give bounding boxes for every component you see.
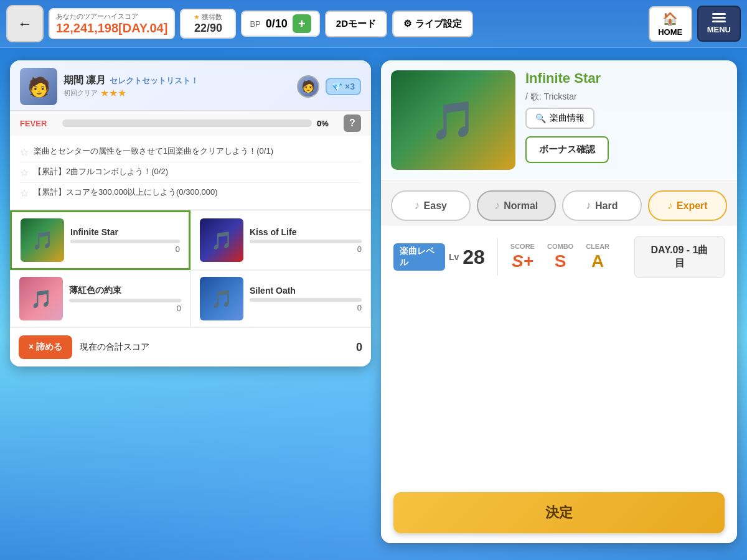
score-value: 12,241,198[DAY.04] xyxy=(56,21,167,35)
song-cell-infinite-star[interactable]: 🎵 Infinite Star 0 xyxy=(10,210,190,270)
song-score-infinite: 0 xyxy=(70,245,180,254)
song-name-silent: Silent Oath xyxy=(250,286,362,296)
character-small-avatar: 🧑 xyxy=(297,75,319,98)
song-info-silent: Silent Oath 0 xyxy=(250,286,362,312)
setlist-title-block: 期間 凛月 セレクトセットリスト！ 初回クリア ★★★ xyxy=(63,74,291,99)
decide-section: 決定 xyxy=(381,485,737,543)
diamond-icon: 💎 xyxy=(332,82,342,91)
gear-icon: ⚙ xyxy=(403,18,411,29)
main-content: 🧑 期間 凛月 セレクトセットリスト！ 初回クリア ★★★ 🧑 💎 ×3 xyxy=(0,48,747,556)
bp-add-button[interactable]: + xyxy=(293,14,311,33)
bonus-button[interactable]: ボーナス確認 xyxy=(525,136,609,163)
score-label: あなたのツアーハイスコア xyxy=(56,12,138,21)
total-label: 現在の合計スコア xyxy=(80,342,349,353)
song-thumb-silent: 🎵 xyxy=(200,277,243,320)
song-info-usui: 薄紅色の約束 0 xyxy=(69,285,181,313)
bp-label: BP xyxy=(250,19,260,29)
song-detail-info: Infinite Star / 歌: Trickstar 🔍 楽曲情報 ボーナス… xyxy=(525,70,727,170)
song-main-thumbnail: 🎵 xyxy=(391,70,515,170)
song-thumb-kiss: 🎵 xyxy=(200,218,243,262)
note-icon-hard: ♪ xyxy=(586,199,591,212)
tab-easy[interactable]: ♪ Easy xyxy=(391,190,471,221)
fever-percent: 0% xyxy=(317,119,339,128)
setlist-label: セレクトセットリスト！ xyxy=(110,75,199,86)
clear-rank-block: CLEAR A xyxy=(586,243,609,271)
song-cell-usui[interactable]: 🎵 薄紅色の約束 0 xyxy=(10,270,190,327)
bottom-row: × 諦める 現在の合計スコア 0 xyxy=(10,327,371,366)
high-score-box: あなたのツアーハイスコア 12,241,198[DAY.04] xyxy=(49,8,175,39)
song-score-bar xyxy=(250,298,362,302)
song-score-usui: 0 xyxy=(69,304,181,313)
score-rank-block: SCORE S+ xyxy=(510,243,535,271)
bp-value: 0/10 xyxy=(266,17,288,30)
home-button[interactable]: 🏠 HOME xyxy=(649,6,692,42)
goal-star-1: ☆ xyxy=(20,146,29,158)
song-cell-silent-oath[interactable]: 🎵 Silent Oath 0 xyxy=(190,270,371,327)
left-panel: 🧑 期間 凛月 セレクトセットリスト！ 初回クリア ★★★ 🧑 💎 ×3 xyxy=(10,60,371,543)
song-score-kiss: 0 xyxy=(250,245,362,254)
total-score: 0 xyxy=(356,341,362,354)
top-bar: ← あなたのツアーハイスコア 12,241,198[DAY.04] ★ 獲得数 … xyxy=(0,0,747,48)
tab-hard[interactable]: ♪ Hard xyxy=(562,190,642,221)
clear-stars: ★★★ xyxy=(100,87,126,99)
goal-star-3: ☆ xyxy=(20,187,29,199)
goal-text-3: 【累計】スコアを300,000以上にしよう(0/300,000) xyxy=(34,187,217,198)
lv-label: Lv xyxy=(449,252,459,262)
tab-expert[interactable]: ♪ Expert xyxy=(648,190,728,221)
bp-box: BP 0/10 + xyxy=(241,11,319,37)
clear-rank-value: A xyxy=(591,251,604,271)
song-detail-top: 🎵 Infinite Star / 歌: Trickstar 🔍 楽曲情報 ボー… xyxy=(381,60,737,180)
menu-button[interactable]: MENU xyxy=(697,6,741,42)
decide-button[interactable]: 決定 xyxy=(393,492,725,533)
song-score-bar xyxy=(69,299,181,302)
song-score-silent: 0 xyxy=(250,303,362,312)
cancel-button[interactable]: × 諦める xyxy=(19,335,72,359)
setlist-card: 🧑 期間 凛月 セレクトセットリスト！ 初回クリア ★★★ 🧑 💎 ×3 xyxy=(10,60,371,366)
question-button[interactable]: ? xyxy=(344,114,361,132)
mode-button[interactable]: 2Dモード xyxy=(325,11,387,37)
note-icon-normal: ♪ xyxy=(494,199,500,212)
right-panel: 🎵 Infinite Star / 歌: Trickstar 🔍 楽曲情報 ボー… xyxy=(381,60,737,543)
search-icon: 🔍 xyxy=(535,113,546,123)
settings-button[interactable]: ⚙ ライブ設定 xyxy=(392,11,473,37)
menu-lines-icon xyxy=(712,13,726,22)
combo-rank-label: COMBO xyxy=(547,243,573,250)
song-name-kiss: Kiss of Life xyxy=(250,227,362,237)
stars-box: ★ 獲得数 22/90 xyxy=(180,9,236,39)
note-icon-easy: ♪ xyxy=(415,199,420,212)
song-info-button[interactable]: 🔍 楽曲情報 xyxy=(525,108,594,129)
level-number: 28 xyxy=(463,246,485,269)
song-thumb-usui: 🎵 xyxy=(19,277,63,320)
character-avatar: 🧑 xyxy=(20,68,57,105)
goal-item: ☆ 楽曲とセンターの属性を一致させて1回楽曲をクリアしよう！(0/1) xyxy=(20,142,361,162)
back-button[interactable]: ← xyxy=(6,5,44,42)
divider xyxy=(497,238,498,276)
song-score-bar xyxy=(70,240,180,243)
fever-bar xyxy=(62,119,312,127)
song-thumb-infinite: 🎵 xyxy=(21,218,64,262)
goal-star-2: ☆ xyxy=(20,167,29,179)
setlist-header: 🧑 期間 凛月 セレクトセットリスト！ 初回クリア ★★★ 🧑 💎 ×3 xyxy=(10,60,371,111)
fever-label: FEVER xyxy=(20,119,57,128)
combo-rank-value: S xyxy=(555,251,566,271)
diamond-badge: 💎 ×3 xyxy=(326,78,361,95)
stars-label: ★ 獲得数 xyxy=(194,12,222,22)
song-name-infinite: Infinite Star xyxy=(70,227,180,237)
difficulty-tabs: ♪ Easy ♪ Normal ♪ Hard ♪ Expert xyxy=(381,180,737,226)
fever-bar-container: FEVER 0% ? xyxy=(10,111,371,136)
first-clear: 初回クリア ★★★ xyxy=(63,87,291,99)
level-badge: 楽曲レベル xyxy=(393,243,445,271)
score-rank-label: SCORE xyxy=(510,243,535,250)
song-info-kiss: Kiss of Life 0 xyxy=(250,227,362,254)
song-cell-kiss-of-life[interactable]: 🎵 Kiss of Life 0 xyxy=(190,210,371,270)
song-info-infinite: Infinite Star 0 xyxy=(70,227,180,254)
goal-item: ☆ 【累計】スコアを300,000以上にしよう(0/300,000) xyxy=(20,183,361,203)
clear-rank-label: CLEAR xyxy=(586,243,609,250)
song-artist: / 歌: Trickstar xyxy=(525,91,727,103)
home-icon: 🏠 xyxy=(662,11,678,26)
goals-section: ☆ 楽曲とセンターの属性を一致させて1回楽曲をクリアしよう！(0/1) ☆ 【累… xyxy=(10,136,371,210)
score-section: 楽曲レベル Lv 28 SCORE S+ COMBO S CLEAR A DAY… xyxy=(381,226,737,288)
song-score-bar xyxy=(250,240,362,243)
tab-normal[interactable]: ♪ Normal xyxy=(477,190,557,221)
level-block: 楽曲レベル Lv 28 xyxy=(393,243,485,271)
